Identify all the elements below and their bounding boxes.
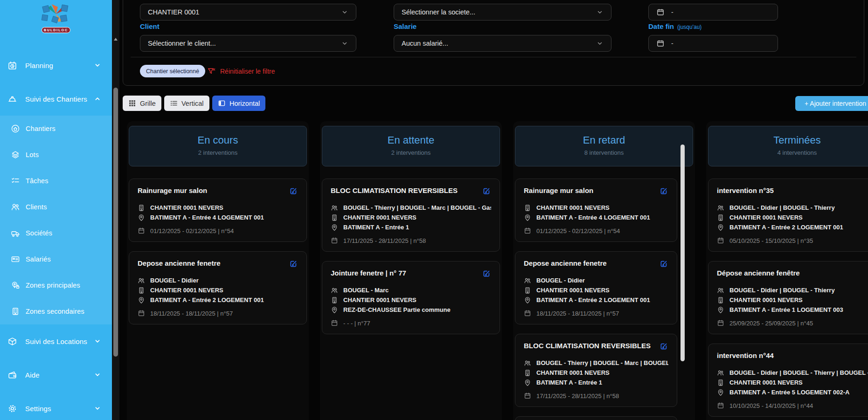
map-pin-icon	[138, 214, 145, 221]
date-text: 01/12/2025 - 02/12/2025 | n°54	[150, 227, 234, 234]
detail-row: BATIMENT A - Entrée 1	[331, 222, 491, 232]
intervention-card[interactable]: Rainurage mur salonCHANTIER 0001 NEVERSB…	[129, 179, 307, 242]
detail-row: BOUGEL - Didier	[524, 275, 668, 285]
intervention-title: Rainurage mur salon	[524, 186, 593, 195]
detail-text: BATIMENT A - Entrée 1	[536, 379, 602, 386]
app: BULDILOC PlanningSuivi des ChantiersChan…	[0, 0, 868, 420]
card-details: BOUGEL - Didier | BOUGEL - ThierryCHANTI…	[717, 203, 868, 232]
detail-text: BOUGEL - Didier	[536, 277, 585, 284]
people-group-icon	[138, 277, 145, 284]
date-row: - - - | n°77	[331, 319, 491, 327]
column-terminees: Terminées4 interventionsintervention n°3…	[706, 121, 868, 420]
intervention-title: Depose ancienne fenetre	[524, 259, 607, 268]
detail-row: REZ-DE-CHAUSSEE Partie commune	[331, 305, 491, 315]
detail-text: BATIMENT A - Entrée 1	[343, 224, 409, 231]
intervention-card[interactable]: BLOC CLIMATISATION REVERSIBLESBOUGEL - T…	[515, 334, 677, 407]
societe-select[interactable]: Sélectionner la societe...	[394, 4, 611, 21]
column-scrollbar[interactable]	[681, 145, 685, 361]
view-button-label: Horizontal	[229, 100, 260, 107]
detail-text: BOUGEL - Marc	[343, 287, 389, 294]
card-details: BOUGEL - DidierCHANTIER 0001 NEVERSBATIM…	[524, 275, 668, 305]
date-fin-input[interactable]: -	[648, 35, 778, 52]
card-details: CHANTIER 0001 NEVERSBATIMENT A - Entrée …	[138, 203, 298, 222]
detail-text: CHANTIER 0001 NEVERS	[536, 204, 610, 211]
reset-filter-button[interactable]: Réinitialiser le filtre	[207, 65, 275, 77]
detail-text: BATIMENT A - Entrée 4 LOGEMENT 001	[150, 214, 264, 221]
map-pin-icon	[524, 379, 531, 386]
buldiloc-logo-icon	[39, 3, 73, 25]
logo-wordmark: BULDILOC	[42, 27, 70, 33]
detail-row: CHANTIER 0001 NEVERS	[717, 213, 868, 222]
intervention-card[interactable]: Rainurage mur salonCHANTIER 0001 NEVERSB…	[515, 179, 677, 242]
add-intervention-button[interactable]: + Ajouter intervention	[795, 96, 868, 111]
edit-intervention-button[interactable]	[659, 342, 668, 352]
people-group-icon	[717, 204, 724, 212]
calendar-icon	[656, 39, 665, 48]
date-row: 25/09/2025 - 25/09/2025 | n°45	[717, 319, 868, 327]
edit-icon	[659, 259, 668, 269]
sidebar-item-planning[interactable]: Planning	[0, 48, 112, 82]
view-button-grille[interactable]: Grille	[123, 96, 161, 111]
sidebar-item-label: Planning	[25, 62, 53, 69]
client-select-value: Sélectionner le client...	[148, 40, 216, 47]
detail-text: CHANTIER 0001 NEVERS	[729, 296, 803, 303]
date-row: 05/10/2025 - 15/10/2025 | n°35	[717, 236, 868, 245]
chantier-select-value: CHANTIER 0001	[148, 8, 199, 16]
intervention-card[interactable]: intervention n°35BOUGEL - Didier | BOUGE…	[708, 179, 868, 252]
detail-text: BATIMENT A - Entrée 2 LOGEMENT 001	[150, 296, 264, 303]
calendar-icon	[656, 8, 665, 16]
client-select[interactable]: Sélectionner le client...	[140, 35, 356, 52]
cards-list: BLOC CLIMATISATION REVERSIBLESBOUGEL - T…	[322, 179, 500, 334]
calendar-icon	[717, 319, 724, 327]
detail-row: BOUGEL - Didier	[138, 275, 298, 285]
edit-intervention-button[interactable]	[482, 269, 491, 280]
hard-hat-icon	[7, 94, 17, 104]
intervention-title: Rainurage mur salon	[138, 186, 207, 195]
building-icon	[524, 369, 531, 377]
filter-chip[interactable]: Chantier sélectionné	[140, 65, 205, 77]
salarie-select[interactable]: Aucun salarié...	[394, 35, 611, 52]
card-header: Depose ancienne fenetre	[524, 259, 668, 270]
view-button-horizontal[interactable]: Horizontal	[212, 96, 265, 111]
column-en-cours: En cours2 interventionsRainurage mur sal…	[127, 121, 309, 420]
date-text: 01/12/2025 - 02/12/2025 | n°54	[536, 227, 620, 234]
intervention-card[interactable]: Jointure fenetre | n° 77BOUGEL - MarcCHA…	[322, 261, 500, 334]
building-icon	[524, 287, 531, 294]
edit-intervention-button[interactable]	[289, 186, 298, 197]
edit-intervention-button[interactable]	[659, 186, 668, 197]
date-fin-value: -	[671, 40, 674, 47]
date-text: 05/10/2025 - 15/10/2025 | n°35	[729, 237, 813, 244]
detail-row: CHANTIER 0001 NEVERS	[524, 203, 668, 213]
card-header: intervention n°35	[717, 186, 868, 197]
building-icon	[138, 287, 145, 294]
intervention-card[interactable]: Depose ancienne fenetreBOUGEL - DidierCH…	[515, 251, 677, 324]
people-group-icon	[717, 287, 724, 294]
intervention-title: Jointure fenetre | n° 77	[331, 269, 406, 277]
view-button-vertical[interactable]: Vertical	[164, 96, 209, 111]
map-pin-icon	[331, 306, 338, 314]
card-header: Jointure fenetre | n° 77	[331, 269, 491, 280]
card-header: BLOC CLIMATISATION REVERSIBLES	[524, 342, 668, 352]
map-pin-icon	[524, 214, 531, 221]
scroll-up-arrow-icon[interactable]	[114, 38, 118, 41]
intervention-card[interactable]: Depose ancienne fenetreBOUGEL - DidierCH…	[129, 251, 307, 324]
intervention-card[interactable]: intervention n°44BOUGEL - Didier | BOUGE…	[708, 344, 868, 417]
intervention-card[interactable]: BLOC CLIMATISATION REVERSIBLESBOUGEL - T…	[322, 179, 500, 252]
edit-intervention-button[interactable]	[289, 259, 298, 270]
intervention-title: intervention n°44	[717, 351, 774, 360]
app-logo[interactable]: BULDILOC	[0, 0, 112, 33]
chevron-down-icon	[341, 8, 348, 16]
edit-intervention-button[interactable]	[659, 259, 668, 270]
edit-intervention-button[interactable]	[482, 186, 491, 197]
building-icon	[717, 296, 724, 304]
intervention-card-partial[interactable]	[515, 416, 677, 420]
calendar-icon	[138, 310, 145, 317]
date-debut-input[interactable]: -	[648, 4, 778, 21]
detail-text: BOUGEL - Thierry | BOUGEL - Marc | BOUGE…	[343, 204, 491, 211]
intervention-title: BLOC CLIMATISATION REVERSIBLES	[331, 186, 458, 195]
chantier-select[interactable]: CHANTIER 0001	[140, 4, 356, 21]
intervention-card[interactable]: Dépose ancienne fenêtreBOUGEL - Didier |…	[708, 261, 868, 334]
column-title: Terminées	[708, 134, 868, 146]
detail-row: BOUGEL - Didier | BOUGEL - Thierry	[717, 285, 868, 295]
sidebar-item-suivi-des-chantiers[interactable]: Suivi des Chantiers	[0, 82, 112, 116]
